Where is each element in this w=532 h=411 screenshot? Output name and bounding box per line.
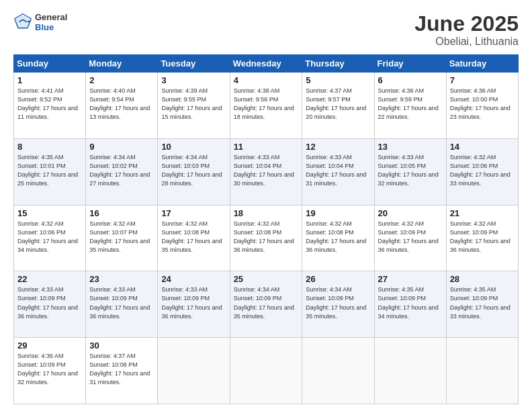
day-number: 12 [306, 142, 370, 152]
calendar-cell: 7Sunrise: 4:36 AM Sunset: 10:00 PM Dayli… [446, 73, 518, 139]
day-info: Sunrise: 4:32 AM Sunset: 10:06 PM Daylig… [450, 153, 515, 188]
calendar-cell: 30Sunrise: 4:37 AM Sunset: 10:08 PM Dayl… [86, 338, 158, 404]
col-monday: Monday [86, 55, 158, 73]
day-info: Sunrise: 4:34 AM Sunset: 10:09 PM Daylig… [306, 285, 370, 320]
col-friday: Friday [374, 55, 446, 73]
logo-general-text: General [35, 12, 67, 22]
day-info: Sunrise: 4:32 AM Sunset: 10:06 PM Daylig… [17, 220, 82, 255]
calendar-cell [230, 338, 302, 404]
calendar-week-row: 22Sunrise: 4:33 AM Sunset: 10:09 PM Dayl… [14, 271, 519, 338]
calendar-cell: 4Sunrise: 4:38 AM Sunset: 9:56 PM Daylig… [230, 73, 302, 139]
calendar-cell: 25Sunrise: 4:34 AM Sunset: 10:09 PM Dayl… [230, 271, 302, 338]
calendar-subtitle: Obeliai, Lithuania [414, 36, 519, 48]
weekday-header-row: Sunday Monday Tuesday Wednesday Thursday… [14, 55, 519, 73]
day-number: 24 [161, 274, 226, 284]
day-info: Sunrise: 4:33 AM Sunset: 10:05 PM Daylig… [378, 153, 443, 188]
logo-text: General Blue [35, 12, 67, 32]
day-number: 8 [17, 142, 82, 152]
day-number: 10 [161, 142, 226, 152]
day-number: 30 [89, 340, 154, 351]
calendar-cell [302, 338, 374, 404]
day-info: Sunrise: 4:32 AM Sunset: 10:09 PM Daylig… [378, 220, 443, 255]
day-number: 6 [378, 75, 443, 85]
day-number: 2 [89, 75, 154, 85]
day-number: 23 [89, 274, 154, 284]
calendar-cell: 5Sunrise: 4:37 AM Sunset: 9:57 PM Daylig… [302, 73, 374, 139]
calendar-cell: 22Sunrise: 4:33 AM Sunset: 10:09 PM Dayl… [14, 271, 86, 338]
day-number: 9 [89, 142, 154, 152]
calendar-cell: 15Sunrise: 4:32 AM Sunset: 10:06 PM Dayl… [14, 205, 86, 271]
calendar-cell [158, 338, 230, 404]
calendar-cell: 23Sunrise: 4:33 AM Sunset: 10:09 PM Dayl… [86, 271, 158, 338]
calendar-cell: 6Sunrise: 4:36 AM Sunset: 9:59 PM Daylig… [374, 73, 446, 139]
day-info: Sunrise: 4:35 AM Sunset: 10:09 PM Daylig… [378, 285, 443, 320]
header: General Blue June 2025 Obeliai, Lithuani… [13, 12, 519, 48]
day-number: 16 [89, 208, 154, 218]
logo-icon [13, 13, 32, 32]
calendar-cell: 24Sunrise: 4:33 AM Sunset: 10:09 PM Dayl… [158, 271, 230, 338]
day-info: Sunrise: 4:37 AM Sunset: 9:57 PM Dayligh… [306, 87, 370, 122]
day-info: Sunrise: 4:33 AM Sunset: 10:09 PM Daylig… [161, 285, 226, 320]
calendar-cell: 18Sunrise: 4:32 AM Sunset: 10:08 PM Dayl… [230, 205, 302, 271]
day-info: Sunrise: 4:34 AM Sunset: 10:09 PM Daylig… [234, 285, 299, 320]
day-info: Sunrise: 4:33 AM Sunset: 10:04 PM Daylig… [234, 153, 299, 188]
day-info: Sunrise: 4:35 AM Sunset: 10:01 PM Daylig… [17, 153, 82, 188]
day-number: 29 [17, 340, 82, 351]
day-number: 11 [234, 142, 299, 152]
day-info: Sunrise: 4:32 AM Sunset: 10:08 PM Daylig… [234, 220, 299, 255]
calendar-cell: 8Sunrise: 4:35 AM Sunset: 10:01 PM Dayli… [14, 138, 86, 205]
day-number: 25 [234, 274, 299, 284]
col-sunday: Sunday [14, 55, 86, 73]
day-number: 21 [450, 208, 515, 218]
calendar-cell: 14Sunrise: 4:32 AM Sunset: 10:06 PM Dayl… [446, 138, 518, 205]
day-number: 22 [17, 274, 82, 284]
day-info: Sunrise: 4:36 AM Sunset: 10:09 PM Daylig… [17, 352, 82, 387]
day-info: Sunrise: 4:37 AM Sunset: 10:08 PM Daylig… [89, 352, 154, 387]
col-thursday: Thursday [302, 55, 374, 73]
calendar-cell: 20Sunrise: 4:32 AM Sunset: 10:09 PM Dayl… [374, 205, 446, 271]
calendar-cell: 19Sunrise: 4:32 AM Sunset: 10:08 PM Dayl… [302, 205, 374, 271]
day-number: 13 [378, 142, 443, 152]
logo: General Blue [13, 12, 67, 32]
title-block: June 2025 Obeliai, Lithuania [414, 12, 519, 48]
calendar-cell: 1Sunrise: 4:41 AM Sunset: 9:52 PM Daylig… [14, 73, 86, 139]
calendar-table: Sunday Monday Tuesday Wednesday Thursday… [13, 54, 519, 404]
day-number: 15 [17, 208, 82, 218]
calendar-title: June 2025 [414, 12, 519, 36]
day-info: Sunrise: 4:33 AM Sunset: 10:09 PM Daylig… [89, 285, 154, 320]
calendar-cell: 26Sunrise: 4:34 AM Sunset: 10:09 PM Dayl… [302, 271, 374, 338]
day-number: 7 [450, 75, 515, 85]
calendar-week-row: 15Sunrise: 4:32 AM Sunset: 10:06 PM Dayl… [14, 205, 519, 271]
day-number: 20 [378, 208, 443, 218]
day-info: Sunrise: 4:35 AM Sunset: 10:09 PM Daylig… [450, 285, 515, 320]
day-info: Sunrise: 4:33 AM Sunset: 10:09 PM Daylig… [17, 285, 82, 320]
day-number: 18 [234, 208, 299, 218]
col-wednesday: Wednesday [230, 55, 302, 73]
day-number: 27 [378, 274, 443, 284]
day-info: Sunrise: 4:32 AM Sunset: 10:09 PM Daylig… [450, 220, 515, 255]
calendar-cell: 10Sunrise: 4:34 AM Sunset: 10:03 PM Dayl… [158, 138, 230, 205]
calendar-cell: 11Sunrise: 4:33 AM Sunset: 10:04 PM Dayl… [230, 138, 302, 205]
day-number: 3 [161, 75, 226, 85]
calendar-cell [446, 338, 518, 404]
calendar-cell: 27Sunrise: 4:35 AM Sunset: 10:09 PM Dayl… [374, 271, 446, 338]
calendar-cell: 28Sunrise: 4:35 AM Sunset: 10:09 PM Dayl… [446, 271, 518, 338]
calendar-cell: 9Sunrise: 4:34 AM Sunset: 10:02 PM Dayli… [86, 138, 158, 205]
calendar-cell: 3Sunrise: 4:39 AM Sunset: 9:55 PM Daylig… [158, 73, 230, 139]
day-info: Sunrise: 4:36 AM Sunset: 10:00 PM Daylig… [450, 87, 515, 122]
col-tuesday: Tuesday [158, 55, 230, 73]
day-info: Sunrise: 4:32 AM Sunset: 10:07 PM Daylig… [89, 220, 154, 255]
page: General Blue June 2025 Obeliai, Lithuani… [0, 0, 532, 411]
day-number: 28 [450, 274, 515, 284]
day-info: Sunrise: 4:34 AM Sunset: 10:03 PM Daylig… [161, 153, 226, 188]
calendar-week-row: 29Sunrise: 4:36 AM Sunset: 10:09 PM Dayl… [14, 338, 519, 404]
day-number: 17 [161, 208, 226, 218]
logo-blue-text: Blue [35, 22, 67, 32]
day-info: Sunrise: 4:32 AM Sunset: 10:08 PM Daylig… [161, 220, 226, 255]
day-info: Sunrise: 4:40 AM Sunset: 9:54 PM Dayligh… [89, 87, 154, 122]
day-info: Sunrise: 4:36 AM Sunset: 9:59 PM Dayligh… [378, 87, 443, 122]
day-info: Sunrise: 4:32 AM Sunset: 10:08 PM Daylig… [306, 220, 370, 255]
calendar-cell: 2Sunrise: 4:40 AM Sunset: 9:54 PM Daylig… [86, 73, 158, 139]
day-info: Sunrise: 4:38 AM Sunset: 9:56 PM Dayligh… [234, 87, 299, 122]
calendar-cell: 12Sunrise: 4:33 AM Sunset: 10:04 PM Dayl… [302, 138, 374, 205]
